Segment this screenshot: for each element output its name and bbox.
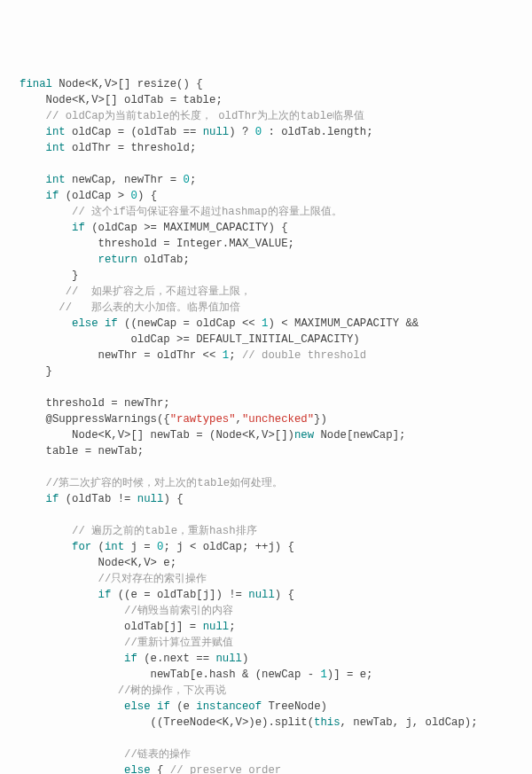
text-token: )] = e; <box>327 668 373 681</box>
number-token: 1 <box>320 668 326 681</box>
text-token <box>20 174 46 186</box>
text-token: @SuppressWarnings({ <box>20 413 170 426</box>
text-token: threshold = Integer.MAX_VALUE; <box>20 238 294 250</box>
code-line: // 遍历之前的table，重新hash排序 <box>20 523 532 539</box>
text-token: threshold = newThr; <box>20 397 170 410</box>
code-line: int newCap, newThr = 0; <box>20 172 532 188</box>
text-token: { <box>151 764 170 774</box>
text-token: oldTab; <box>137 254 190 266</box>
text-token: ) { <box>137 190 157 202</box>
code-line: Node<K,V> e; <box>20 555 532 571</box>
null-token: null <box>248 589 275 601</box>
text-token: Node<K,V>[] oldTab = table; <box>20 94 223 106</box>
comment-token: // double threshold <box>242 349 366 362</box>
comment-token: // 那么表的大小加倍。临界值加倍 <box>59 301 240 314</box>
keyword-token: if <box>72 222 85 234</box>
text-token <box>20 222 72 234</box>
null-token: null <box>203 621 230 633</box>
code-line: Node<K,V>[] oldTab = table; <box>20 92 532 108</box>
code-line: else { // preserve order <box>20 762 532 774</box>
text-token: (e.next == <box>137 653 216 665</box>
keyword-token: int <box>46 126 66 138</box>
code-line <box>20 731 532 747</box>
text-token <box>20 605 124 617</box>
code-line: int oldThr = threshold; <box>20 140 532 156</box>
text-token: ((e = oldTab[j]) != <box>111 589 248 601</box>
code-line: if (oldCap > 0) { <box>20 188 532 204</box>
code-line: newThr = oldThr << 1; // double threshol… <box>20 348 532 364</box>
text-token <box>20 477 46 489</box>
code-line: oldCap >= DEFAULT_INITIAL_CAPACITY) <box>20 332 532 348</box>
code-line: ((TreeNode<K,V>)e).split(this, newTab, j… <box>20 715 532 731</box>
text-token <box>20 142 46 154</box>
code-line: @SuppressWarnings({"rawtypes","unchecked… <box>20 411 532 427</box>
text-token <box>20 764 124 774</box>
text-token: oldCap >= DEFAULT_INITIAL_CAPACITY) <box>20 333 360 346</box>
comment-token: //重新计算位置并赋值 <box>124 637 233 649</box>
text-token: TreeNode) <box>262 700 327 713</box>
code-block: final Node<K,V>[] resize() { Node<K,V>[]… <box>20 76 532 774</box>
code-line: threshold = Integer.MAX_VALUE; <box>20 236 532 252</box>
comment-token: //第二次扩容的时候，对上次的table如何处理。 <box>46 477 284 489</box>
keyword-token: new <box>294 429 314 442</box>
text-token: newTab[e.hash & (newCap - <box>20 668 320 681</box>
code-line: //只对存在的索引操作 <box>20 571 532 587</box>
keyword-token: for <box>72 541 91 553</box>
text-token: ) < MAXIMUM_CAPACITY && <box>268 317 419 330</box>
text-token: Node[newCap]; <box>314 429 405 442</box>
code-line: return oldTab; <box>20 252 532 268</box>
code-line: if ((e = oldTab[j]) != null) { <box>20 587 532 603</box>
number-token: 0 <box>255 126 262 138</box>
null-token: null <box>203 126 230 138</box>
text-token: (oldCap >= MAXIMUM_CAPACITY) { <box>85 222 288 234</box>
text-token <box>20 190 46 202</box>
text-token <box>20 748 124 761</box>
text-token: ) <box>242 653 248 665</box>
code-line: else if ((newCap = oldCap << 1) < MAXIMU… <box>20 316 532 332</box>
text-token: ((newCap = oldCap << <box>118 317 262 330</box>
text-token: , <box>236 413 242 426</box>
text-token: ; <box>190 174 196 186</box>
text-token: }) <box>314 413 327 426</box>
number-token: 0 <box>130 190 137 202</box>
keyword-token: else <box>124 764 151 774</box>
code-line: //树的操作，下次再说 <box>20 683 532 699</box>
keyword-token: else <box>72 317 98 330</box>
code-line: // oldCap为当前table的长度， oldThr为上次的table临界值 <box>20 108 532 124</box>
keyword-token: final <box>20 78 52 90</box>
keyword-token: int <box>105 541 124 553</box>
text-token <box>20 525 72 537</box>
keyword-token: else <box>124 700 151 713</box>
keyword-token: if <box>157 700 170 713</box>
text-token: Node<K,V>[] resize() { <box>52 78 203 90</box>
keyword-token: if <box>105 317 118 330</box>
keyword-token: return <box>98 254 137 266</box>
code-line: else if (e instanceof TreeNode) <box>20 699 532 715</box>
text-token: table = newTab; <box>20 445 144 457</box>
code-line: // 那么表的大小加倍。临界值加倍 <box>20 300 532 316</box>
keyword-token: int <box>46 174 66 186</box>
comment-token: //只对存在的索引操作 <box>98 573 207 585</box>
comment-token: // preserve order <box>170 764 281 774</box>
keyword-token: int <box>46 142 66 154</box>
code-line: oldTab[j] = null; <box>20 619 532 635</box>
string-token: "unchecked" <box>242 413 314 426</box>
comment-token: // 这个if语句保证容量不超过hashmap的容量上限值。 <box>72 206 342 218</box>
text-token: : oldTab.length; <box>262 126 372 138</box>
text-token <box>20 684 118 697</box>
comment-token: // 遍历之前的table，重新hash排序 <box>72 525 257 537</box>
code-line: Node<K,V>[] newTab = (Node<K,V>[])new No… <box>20 427 532 443</box>
code-line: //第二次扩容的时候，对上次的table如何处理。 <box>20 475 532 491</box>
text-token: j = <box>124 541 157 553</box>
code-line: } <box>20 364 532 379</box>
text-token <box>151 700 157 713</box>
text-token: ) { <box>275 589 294 601</box>
text-token <box>20 653 124 665</box>
text-token <box>20 637 124 649</box>
keyword-token: if <box>46 190 59 202</box>
null-token: null <box>215 653 242 665</box>
text-token: newCap, newThr = <box>66 174 184 186</box>
text-token: , newTab, j, oldCap); <box>340 716 478 729</box>
text-token <box>20 126 46 138</box>
text-token <box>20 589 98 601</box>
